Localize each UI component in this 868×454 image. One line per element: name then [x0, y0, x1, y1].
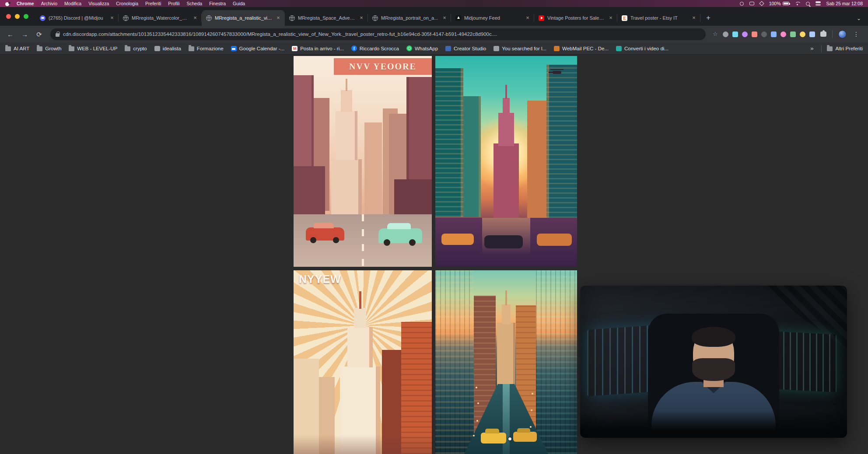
other-bookmarks-button[interactable]: Altri Preferiti — [827, 46, 863, 51]
extension-icon[interactable] — [790, 31, 796, 37]
empire-state-building — [354, 308, 366, 328]
bookmark-creator-studio[interactable]: Creator Studio — [445, 46, 486, 51]
bookmark-label: You searched for l... — [502, 46, 546, 51]
menubar-item-cronologia[interactable]: Cronologia — [116, 1, 138, 6]
url-text[interactable]: cdn.discordapp.com/attachments/101351233… — [63, 31, 700, 37]
menubar-item-chrome[interactable]: Chrome — [17, 1, 34, 6]
menubar-item-preferiti[interactable]: Preferiti — [145, 1, 161, 6]
tab-space-adventure[interactable]: MRregista_Space_Advent... × — [285, 10, 368, 26]
bookmark-star-icon[interactable] — [713, 31, 719, 37]
bookmark-label: Growth — [45, 46, 61, 51]
spotlight-search-icon[interactable] — [806, 2, 810, 6]
extension-icon[interactable] — [780, 31, 786, 37]
bookmark-label: Converti i video di... — [624, 46, 668, 51]
building — [435, 270, 474, 454]
zoom-window-button[interactable] — [24, 14, 28, 19]
minimize-window-button[interactable] — [15, 14, 20, 19]
folder-icon — [37, 46, 42, 51]
tab-realistic-view-active[interactable]: MRregista_a_realistic_vie... × — [202, 10, 285, 26]
screen: Chrome Archivio Modifica Visualizza Cron… — [0, 0, 868, 454]
bookmark-converti-video[interactable]: Converti i video di... — [616, 46, 668, 51]
chrome-menu-button[interactable]: ⋮ — [850, 31, 862, 38]
tab-close-button[interactable]: × — [192, 15, 198, 21]
tab-close-button[interactable]: × — [441, 15, 448, 21]
tab-search-chevron[interactable]: ⌄ — [852, 15, 865, 21]
whatsapp-icon — [406, 45, 412, 51]
yellow-taxi — [513, 432, 537, 442]
wifi-icon[interactable] — [795, 2, 800, 5]
control-center-icon[interactable] — [816, 1, 821, 6]
tab-close-button[interactable]: × — [358, 15, 364, 21]
new-tab-button[interactable]: + — [702, 12, 714, 24]
menubar-item-modifica[interactable]: Modifica — [64, 1, 81, 6]
bookmark-gmail-inbox[interactable]: Posta in arrivo - ri... — [292, 46, 344, 51]
extension-icon[interactable] — [732, 31, 738, 37]
bookmark-formazione[interactable]: Formazione — [189, 46, 224, 51]
battery-status[interactable]: 100% — [769, 1, 789, 6]
extension-icon[interactable] — [771, 31, 777, 37]
back-button[interactable]: ← — [4, 28, 16, 40]
extension-icon[interactable] — [800, 31, 805, 37]
bookmark-idealista[interactable]: idealista — [154, 46, 181, 51]
bookmark-whatsapp[interactable]: WhatsApp — [406, 45, 438, 51]
extensions-puzzle-icon[interactable] — [820, 31, 826, 37]
bookmarks-overflow-button[interactable]: » — [808, 45, 816, 52]
attachment-image[interactable]: NVV YEOORE — [294, 56, 577, 454]
battery-icon — [783, 2, 789, 5]
tab-midjourney-feed[interactable]: Midjourney Feed × — [451, 10, 534, 26]
webcam-overlay — [580, 286, 847, 438]
menubar-item-guida[interactable]: Guida — [233, 1, 245, 6]
tab-title: Vintage Posters for Sale | ... — [547, 15, 605, 21]
forward-button[interactable]: → — [19, 28, 31, 40]
tab-close-button[interactable]: × — [109, 15, 115, 21]
extension-icon[interactable] — [723, 31, 728, 37]
profile-avatar[interactable] — [838, 30, 847, 38]
bookmark-label: WebMail PEC - De... — [562, 46, 609, 51]
extension-icon[interactable] — [761, 31, 767, 37]
bookmark-label: WhatsApp — [415, 46, 438, 51]
tab-close-button[interactable]: × — [525, 15, 531, 21]
close-window-button[interactable] — [6, 14, 11, 19]
menubar-item-archivio[interactable]: Archivio — [41, 1, 57, 6]
extension-icon[interactable] — [809, 31, 815, 37]
menubar-item-visualizza[interactable]: Visualizza — [88, 1, 109, 6]
bookmark-web-level-up[interactable]: WEB - LEVEL-UP — [69, 46, 117, 51]
page-content: NVV YEOORE — [0, 55, 868, 454]
bookmark-growth[interactable]: Growth — [37, 46, 61, 51]
tab-watercolor[interactable]: MRregista_Watercolor_Pa... × — [119, 10, 202, 26]
bookmark-google-calendar[interactable]: Google Calendar -... — [231, 46, 285, 51]
address-bar[interactable]: cdn.discordapp.com/attachments/101351233… — [50, 28, 706, 40]
bluetooth-icon[interactable] — [759, 1, 764, 6]
reload-button[interactable]: ⟳ — [33, 28, 45, 40]
tab-title: MRregista_portrait_on_a... — [381, 15, 438, 21]
menubar-item-finestra[interactable]: Finestra — [209, 1, 226, 6]
tab-close-button[interactable]: × — [275, 15, 281, 21]
extension-icon[interactable] — [752, 31, 757, 37]
lock-icon[interactable] — [56, 33, 60, 37]
empire-state-building — [347, 327, 373, 367]
bookmark-webmail-pec[interactable]: WebMail PEC - De... — [554, 46, 609, 51]
bookmark-label: Creator Studio — [454, 46, 486, 51]
building — [435, 68, 463, 217]
bookmark-crypto[interactable]: crypto — [125, 46, 147, 51]
apple-icon[interactable] — [5, 1, 10, 6]
battery-percent-label: 100% — [769, 1, 781, 6]
display-icon[interactable] — [749, 2, 754, 5]
tab-title: Midjourney Feed — [464, 15, 522, 21]
tab-vintage-posters[interactable]: Vintage Posters for Sale | ... × — [534, 10, 617, 26]
bookmark-you-searched[interactable]: You searched for l... — [494, 46, 546, 51]
macos-menubar: Chrome Archivio Modifica Visualizza Cron… — [0, 0, 868, 7]
tab-close-button[interactable]: × — [691, 15, 697, 21]
bookmark-ai-art[interactable]: AI ART — [5, 46, 29, 51]
bookmark-facebook-profile[interactable]: Riccardo Scrocca — [351, 45, 399, 51]
tab-portrait[interactable]: MRregista_portrait_on_a... × — [368, 10, 451, 26]
menubar-clock[interactable]: Sab 25 mar 12:08 — [826, 1, 863, 6]
tab-etsy[interactable]: Travel poster - Etsy IT × — [617, 10, 700, 26]
tab-discord[interactable]: (2765) Discord | @Midjou × — [35, 10, 119, 26]
poster-title-text: NYYEW — [299, 274, 341, 285]
extension-icon[interactable] — [742, 31, 748, 37]
cast-icon[interactable] — [740, 2, 744, 6]
menubar-item-scheda[interactable]: Scheda — [187, 1, 203, 6]
menubar-item-profili[interactable]: Profili — [168, 1, 179, 6]
tab-close-button[interactable]: × — [608, 15, 614, 21]
